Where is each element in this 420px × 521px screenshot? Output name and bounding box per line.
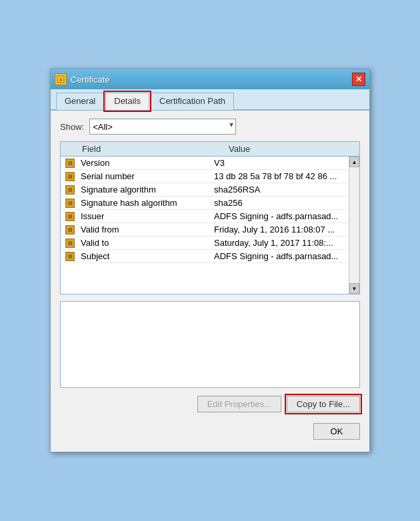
certificate-dialog: A Certificate ✕ General Details Certific… [50, 69, 370, 452]
cert-field-icon: ▤ [65, 252, 75, 261]
table-row[interactable]: ▤ Version V3 [61, 157, 349, 170]
table-body: ▤ Version V3 ▤ Serial number 13 db 28 5a… [61, 157, 349, 294]
copy-to-file-button[interactable]: Copy to File... [287, 396, 360, 412]
field-serial: Serial number [77, 170, 210, 183]
value-version: V3 [210, 157, 349, 169]
row-icon: ▤ [63, 237, 77, 249]
table-scrollbar[interactable]: ▲ ▼ [349, 157, 359, 294]
row-icon: ▤ [63, 211, 77, 223]
cert-field-icon: ▤ [65, 185, 75, 195]
detail-text-box [60, 301, 360, 388]
value-serial: 13 db 28 5a 78 bf 78 bf 42 86 ... [210, 170, 349, 183]
tab-certification-path[interactable]: Certification Path [151, 93, 234, 110]
cert-field-icon: ▤ [65, 239, 75, 248]
value-issuer: ADFS Signing - adfs.parnasad... [210, 210, 349, 223]
scrollbar-down[interactable]: ▼ [349, 283, 359, 294]
table-row[interactable]: ▤ Serial number 13 db 28 5a 78 bf 78 bf … [61, 170, 349, 183]
field-version: Version [77, 157, 210, 169]
cert-field-icon: ▤ [65, 225, 75, 235]
value-sig-hash: sha256 [210, 197, 349, 209]
cert-field-icon: ▤ [65, 212, 75, 221]
table-row[interactable]: ▤ Valid to Saturday, July 1, 2017 11:08:… [61, 237, 349, 250]
row-icon: ▤ [63, 251, 77, 262]
tabs-row: General Details Certification Path [51, 89, 369, 111]
cert-field-icon: ▤ [65, 159, 75, 168]
dialog-content: Show: <All> Version 1 fields only Extens… [51, 111, 369, 452]
window-title: Certificate [71, 75, 110, 85]
scrollbar-up[interactable]: ▲ [349, 157, 359, 167]
tab-general[interactable]: General [56, 93, 104, 110]
value-valid-to: Saturday, July 1, 2017 11:08:... [210, 237, 349, 249]
show-select[interactable]: <All> Version 1 fields only Extensions o… [89, 119, 236, 135]
cert-field-icon: ▤ [65, 199, 75, 208]
ok-button[interactable]: OK [313, 423, 360, 440]
field-subject: Subject [77, 250, 210, 262]
field-issuer: Issuer [77, 210, 210, 223]
col-header-value: Value [223, 144, 349, 154]
table-row[interactable]: ▤ Signature hash algorithm sha256 [61, 197, 349, 210]
show-select-wrapper[interactable]: <All> Version 1 fields only Extensions o… [89, 119, 236, 135]
row-icon: ▤ [63, 184, 77, 196]
title-bar-left: A Certificate [55, 73, 110, 85]
table-row[interactable]: ▤ Subject ADFS Signing - adfs.parnasad..… [61, 250, 349, 263]
show-row: Show: <All> Version 1 fields only Extens… [60, 119, 360, 135]
title-bar: A Certificate ✕ [51, 69, 369, 89]
field-valid-to: Valid to [77, 237, 210, 249]
close-button[interactable]: ✕ [352, 73, 365, 86]
tab-details[interactable]: Details [105, 93, 149, 110]
table-row[interactable]: ▤ Valid from Friday, July 1, 2016 11:08:… [61, 223, 349, 237]
value-subject: ADFS Signing - adfs.parnasad... [210, 250, 349, 262]
field-sig-alg: Signature algorithm [77, 183, 210, 196]
button-row: Edit Properties... Copy to File... [60, 396, 360, 412]
row-icon: ▤ [63, 157, 77, 169]
field-valid-from: Valid from [77, 223, 210, 236]
table-row[interactable]: ▤ Issuer ADFS Signing - adfs.parnasad... [61, 210, 349, 223]
edit-properties-button[interactable]: Edit Properties... [197, 396, 281, 412]
row-icon: ▤ [63, 224, 77, 236]
ok-row: OK [60, 420, 360, 444]
row-icon: ▤ [63, 197, 77, 209]
table-header: Field Value [61, 142, 359, 157]
app-icon: A [55, 73, 67, 85]
field-sig-hash: Signature hash algorithm [77, 197, 210, 209]
certificate-table: Field Value ▤ Version V3 ▤ Serial number… [60, 141, 360, 294]
col-header-field: Field [77, 144, 223, 154]
svg-text:A: A [59, 77, 63, 82]
table-row[interactable]: ▤ Signature algorithm sha256RSA [61, 183, 349, 197]
value-sig-alg: sha256RSA [210, 183, 349, 196]
value-valid-from: Friday, July 1, 2016 11:08:07 ... [210, 223, 349, 236]
scrollbar-track [349, 167, 359, 283]
row-icon: ▤ [63, 171, 77, 183]
cert-field-icon: ▤ [65, 172, 75, 181]
table-scroll-row: ▤ Version V3 ▤ Serial number 13 db 28 5a… [61, 157, 359, 294]
show-label: Show: [60, 122, 84, 132]
